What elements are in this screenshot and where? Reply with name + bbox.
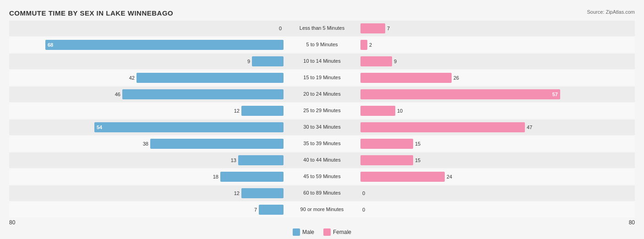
female-bar-section: 7 — [359, 23, 635, 33]
female-bar-section: 26 — [359, 73, 635, 83]
male-value: 0 — [279, 26, 282, 31]
female-value: 24 — [447, 174, 452, 179]
female-bar — [360, 106, 395, 116]
male-value-inside: 54 — [94, 125, 102, 130]
table-row: 790 or more Minutes0 — [9, 202, 635, 217]
axis-left: 80 — [9, 219, 15, 226]
table-row: 4620 to 24 Minutes57 — [9, 87, 635, 102]
female-value: 0 — [362, 207, 365, 212]
male-bar: 68 — [45, 40, 284, 50]
male-value: 9 — [247, 59, 250, 64]
female-bar-section: 15 — [359, 139, 635, 149]
female-legend-box — [323, 228, 331, 236]
male-value: 7 — [254, 207, 257, 212]
female-value: 0 — [362, 190, 365, 196]
male-bar-section: 38 — [9, 139, 285, 149]
bar-label: 60 to 89 Minutes — [285, 190, 359, 196]
axis-right: 80 — [629, 219, 635, 226]
chart-header: COMMUTE TIME BY SEX IN LAKE WINNEBAGO So… — [9, 9, 635, 17]
table-row: 5430 to 34 Minutes47 — [9, 120, 635, 135]
female-value: 9 — [394, 59, 397, 64]
legend-male: Male — [293, 228, 314, 236]
male-bar-section: 54 — [9, 122, 285, 132]
female-bar-section: 15 — [359, 155, 635, 165]
bars-area: 0Less than 5 Minutes7685 to 9 Minutes291… — [9, 21, 635, 217]
male-bar-section: 13 — [9, 155, 285, 165]
female-bar-section: 2 — [359, 40, 635, 50]
female-value: 26 — [453, 75, 459, 81]
legend: Male Female — [9, 228, 635, 236]
female-value: 7 — [387, 26, 390, 31]
table-row: 1845 to 59 Minutes24 — [9, 169, 635, 185]
male-bar — [252, 56, 284, 66]
bar-label: 5 to 9 Minutes — [285, 42, 359, 48]
female-bar-section: 47 — [359, 122, 635, 132]
female-bar — [360, 40, 367, 50]
chart-container: COMMUTE TIME BY SEX IN LAKE WINNEBAGO So… — [9, 5, 635, 239]
female-bar-section: 0 — [359, 207, 635, 212]
male-value: 12 — [234, 108, 240, 114]
male-bar — [136, 73, 284, 83]
male-bar — [122, 89, 284, 99]
female-value: 10 — [397, 108, 403, 114]
male-bar — [220, 172, 284, 182]
female-legend-label: Female — [333, 229, 351, 235]
female-value: 15 — [415, 158, 420, 163]
male-bar-section: 12 — [9, 106, 285, 116]
male-bar-section: 18 — [9, 172, 285, 182]
female-value: 47 — [527, 125, 532, 130]
female-bar-section: 9 — [359, 56, 635, 66]
female-value: 2 — [369, 42, 372, 48]
table-row: 4215 to 19 Minutes26 — [9, 70, 635, 86]
female-bar — [360, 172, 445, 182]
male-value: 42 — [129, 75, 135, 81]
male-value: 18 — [213, 174, 218, 179]
female-value: 15 — [415, 141, 420, 147]
male-value: 12 — [234, 190, 240, 196]
axis-row: 80 80 — [9, 219, 635, 226]
male-legend-label: Male — [302, 229, 314, 235]
male-bar-section: 12 — [9, 188, 285, 198]
chart-source: Source: ZipAtlas.com — [587, 9, 635, 15]
male-bar — [150, 139, 284, 149]
bar-label: 35 to 39 Minutes — [285, 141, 359, 147]
female-bar-section: 24 — [359, 172, 635, 182]
table-row: 0Less than 5 Minutes7 — [9, 21, 635, 36]
male-bar-section: 42 — [9, 73, 285, 83]
female-value-inside: 57 — [552, 92, 560, 97]
male-bar — [238, 155, 284, 165]
bar-label: 25 to 29 Minutes — [285, 108, 359, 114]
table-row: 3835 to 39 Minutes15 — [9, 136, 635, 152]
female-bar: 57 — [360, 89, 560, 99]
legend-female: Female — [323, 228, 351, 236]
table-row: 685 to 9 Minutes2 — [9, 37, 635, 53]
bar-label: 10 to 14 Minutes — [285, 58, 359, 64]
female-bar — [360, 122, 525, 132]
female-bar-section: 0 — [359, 190, 635, 196]
table-row: 1225 to 29 Minutes10 — [9, 103, 635, 119]
female-bar — [360, 155, 413, 165]
male-value: 13 — [231, 158, 236, 163]
table-row: 1340 to 44 Minutes15 — [9, 152, 635, 168]
female-bar-section: 57 — [359, 89, 635, 99]
female-bar — [360, 73, 452, 83]
female-bar-section: 10 — [359, 106, 635, 116]
table-row: 1260 to 89 Minutes0 — [9, 185, 635, 201]
female-bar — [360, 139, 413, 149]
chart-title: COMMUTE TIME BY SEX IN LAKE WINNEBAGO — [9, 9, 173, 17]
female-bar — [360, 23, 385, 33]
male-bar-section: 0 — [9, 26, 285, 31]
male-bar-section: 68 — [9, 40, 285, 50]
male-bar — [241, 188, 284, 198]
male-bar: 54 — [94, 122, 284, 132]
male-value: 38 — [143, 141, 148, 147]
bar-label: 40 to 44 Minutes — [285, 157, 359, 163]
bar-label: 30 to 34 Minutes — [285, 124, 359, 130]
male-bar-section: 46 — [9, 89, 285, 99]
bar-label: Less than 5 Minutes — [285, 25, 359, 31]
male-bar-section: 7 — [9, 205, 285, 215]
male-value: 46 — [115, 92, 120, 97]
bar-label: 90 or more Minutes — [285, 206, 359, 212]
male-bar-section: 9 — [9, 56, 285, 66]
female-bar — [360, 56, 392, 66]
